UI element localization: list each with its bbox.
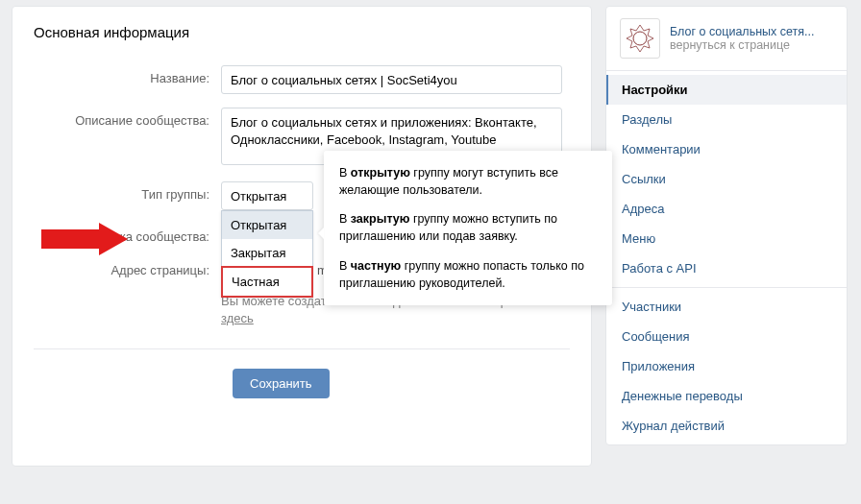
sidebar-item-apps[interactable]: Приложения bbox=[606, 351, 847, 381]
sidebar-item-settings[interactable]: Настройки bbox=[606, 75, 847, 105]
stickers-link[interactable]: здесь bbox=[221, 311, 254, 325]
label-name: Название: bbox=[34, 65, 221, 85]
row-name: Название: bbox=[34, 65, 570, 94]
dropdown-option-closed[interactable]: Закрытая bbox=[222, 239, 312, 267]
group-type-tooltip: В открытую группу могут вступить все жел… bbox=[324, 151, 612, 305]
sidebar-item-menu[interactable]: Меню bbox=[606, 224, 847, 253]
avatar bbox=[620, 18, 660, 59]
sidebar-separator bbox=[606, 287, 847, 288]
label-description: Описание сообщества: bbox=[34, 108, 221, 128]
sidebar-item-members[interactable]: Участники bbox=[606, 292, 847, 322]
sidebar-header: Блог о социальных сетя... вернуться к ст… bbox=[606, 7, 847, 71]
sidebar-item-sections[interactable]: Разделы bbox=[606, 105, 847, 134]
sidebar-nav: Настройки Разделы Комментарии Ссылки Адр… bbox=[606, 71, 847, 444]
sidebar-item-api[interactable]: Работа с API bbox=[606, 253, 847, 283]
community-name[interactable]: Блог о социальных сетя... bbox=[670, 25, 814, 38]
dropdown-option-private[interactable]: Частная bbox=[221, 266, 313, 298]
group-type-menu: Открытая Закрытая Частная bbox=[221, 210, 313, 298]
sidebar-item-addresses[interactable]: Адреса bbox=[606, 194, 847, 224]
red-arrow-annotation bbox=[41, 223, 128, 255]
community-logo-icon bbox=[624, 22, 656, 55]
dropdown-option-open[interactable]: Открытая bbox=[222, 211, 312, 239]
svg-marker-0 bbox=[41, 223, 128, 255]
save-button[interactable]: Сохранить bbox=[233, 369, 330, 398]
sidebar-item-comments[interactable]: Комментарии bbox=[606, 134, 847, 164]
sidebar-item-money[interactable]: Денежные переводы bbox=[606, 381, 847, 411]
group-type-dropdown[interactable]: Открытая Открытая Закрытая Частная bbox=[221, 181, 313, 210]
sidebar-item-links[interactable]: Ссылки bbox=[606, 164, 847, 194]
back-to-page-link[interactable]: вернуться к странице bbox=[670, 38, 814, 52]
label-group-type: Тип группы: bbox=[34, 181, 221, 202]
group-type-selected[interactable]: Открытая bbox=[221, 181, 313, 210]
page-title: Основная информация bbox=[34, 24, 570, 40]
sidebar-panel: Блог о социальных сетя... вернуться к ст… bbox=[605, 6, 848, 445]
svg-point-1 bbox=[633, 32, 647, 45]
label-address: Адрес страницы: bbox=[34, 257, 221, 277]
sidebar-item-messages[interactable]: Сообщения bbox=[606, 322, 847, 351]
divider bbox=[34, 348, 570, 349]
name-input[interactable] bbox=[221, 65, 562, 94]
sidebar-item-log[interactable]: Журнал действий bbox=[606, 411, 847, 441]
